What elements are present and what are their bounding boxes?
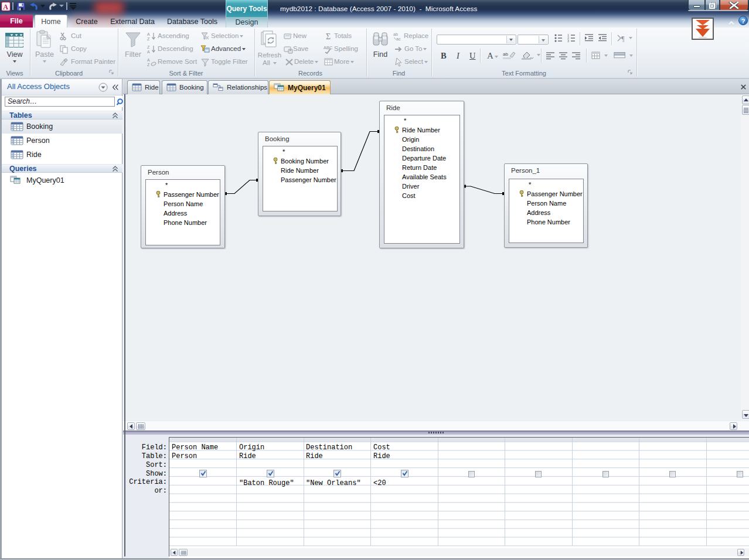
svg-text:ABC: ABC [324, 45, 333, 50]
svg-text:Z: Z [147, 45, 150, 49]
svg-text:Z: Z [147, 37, 150, 41]
svg-text:A: A [147, 58, 150, 62]
svg-text:Σ: Σ [326, 32, 331, 41]
svg-text:3: 3 [567, 39, 569, 43]
svg-text:ab: ab [393, 32, 398, 36]
svg-text:A: A [147, 32, 150, 36]
svg-text:ab: ab [503, 52, 508, 57]
svg-text:A: A [3, 3, 8, 11]
svg-text:ac: ac [396, 37, 401, 41]
svg-text:Z: Z [147, 63, 150, 67]
svg-text:¶: ¶ [621, 35, 625, 43]
svg-text:A: A [147, 50, 150, 54]
